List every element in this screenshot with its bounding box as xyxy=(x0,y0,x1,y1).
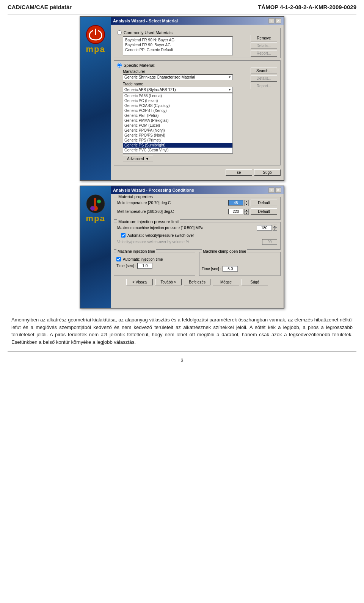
back-button[interactable]: < Vissza xyxy=(126,279,153,285)
details-button-1[interactable]: Details... xyxy=(251,43,277,49)
trade-item-13[interactable]: Generic SAN (Luran) xyxy=(123,153,232,154)
mold-temp-row: Mold temperature [20:70] deg.C 45 ▲ ▼ De… xyxy=(117,200,277,206)
top-right-buttons: Remove Details... Report... xyxy=(251,35,277,57)
melt-temp-label: Melt temperature [180:260] deg.C xyxy=(117,209,228,214)
dialogs-wrapper: mpa Analysis Wizard - Select Material ? … xyxy=(0,16,364,309)
mold-temp-input[interactable]: 45 xyxy=(228,200,243,206)
body-paragraph: Amennyiben az alkatrész geometriai kiala… xyxy=(11,316,353,346)
header-divider xyxy=(8,14,356,14)
svg-point-4 xyxy=(97,200,101,203)
trade-item-2[interactable]: Generic PC (Lexan) xyxy=(123,98,232,103)
dialog1-sugo-btn[interactable]: Súgó xyxy=(254,169,281,176)
material-item-1[interactable]: Bayblend FR 90 N: Bayer AG xyxy=(124,38,232,43)
trade-item-1[interactable]: Generic PA66 (Leona) xyxy=(123,93,232,98)
mold-temp-down[interactable]: ▼ xyxy=(244,203,249,206)
next-button[interactable]: Tovább > xyxy=(155,279,182,285)
machine-clamp-label: Machine clamp open time xyxy=(202,249,247,253)
trade-item-12[interactable]: Generic PVC (Geon Vinyl) xyxy=(123,148,232,153)
auto-velocity-row: Automatic velocity/pressure switch-over xyxy=(121,233,277,238)
material-item-2[interactable]: Bayblend FR 90: Bayer AG xyxy=(124,43,232,47)
specific-right-buttons: Search... Details... Report... xyxy=(251,68,277,89)
auto-velocity-checkbox[interactable] xyxy=(121,233,126,238)
finish-button[interactable]: Befejezés xyxy=(184,279,210,285)
injection-time-input[interactable]: 1.0 xyxy=(137,263,152,269)
dialog-processing-conditions: mpa Analysis Wizard - Processing Conditi… xyxy=(80,186,284,309)
power-icon xyxy=(86,25,105,44)
commonly-used-list[interactable]: Bayblend FR 90 N: Bayer AG Bayblend FR 9… xyxy=(123,36,233,55)
mold-temp-spinner[interactable]: ▲ ▼ xyxy=(244,200,249,206)
dialog1-titlebar: Analysis Wizard - Select Material ? ✕ xyxy=(111,17,284,25)
auto-injection-row: Automatic injection time xyxy=(116,257,193,261)
trade-item-11[interactable]: Generic PS (Sumibright) xyxy=(123,143,232,148)
time-sec-label-1: Time [sec] : xyxy=(116,264,136,268)
help-button[interactable]: Súgó xyxy=(242,279,268,285)
max-machine-up[interactable]: ▲ xyxy=(273,225,277,228)
dialog2-content: Analysis Wizard - Processing Conditions … xyxy=(111,186,284,308)
manufacturer-value: Generic Shrinkage Characterised Material xyxy=(124,75,195,79)
material-item-3[interactable]: Generic PP: Generic Default xyxy=(124,47,232,52)
search-button[interactable]: Search... xyxy=(251,68,277,74)
remove-button[interactable]: Remove xyxy=(251,35,277,41)
mold-temp-up[interactable]: ▲ xyxy=(244,200,249,203)
trade-item-4[interactable]: Generic PC/PBT (Xenoy) xyxy=(123,108,232,113)
melt-temp-up[interactable]: ▲ xyxy=(244,209,249,212)
max-machine-down[interactable]: ▼ xyxy=(273,228,277,231)
machine-injection-time-label: Machine injection time xyxy=(116,249,156,253)
cancel-button[interactable]: Mégse xyxy=(213,279,239,285)
max-machine-row: Maximum machine injection pressure [10:5… xyxy=(117,225,277,231)
trade-item-10[interactable]: Generic PPS (Primet) xyxy=(123,138,232,143)
melt-temp-default-btn[interactable]: Default xyxy=(251,208,277,215)
dialog2-titlebar-buttons: ? ✕ xyxy=(268,187,281,193)
dialog1-bottom-btn1[interactable]: se xyxy=(226,169,252,176)
commonly-used-radio[interactable] xyxy=(117,30,122,35)
trade-name-combo-arrow: ▼ xyxy=(228,88,231,91)
processing-icon xyxy=(86,194,105,214)
trade-item-9[interactable]: Generic PPO/PS (Noryl) xyxy=(123,133,232,138)
trade-item-7[interactable]: Generic POM (Lucel) xyxy=(123,123,232,128)
specific-material-label: Specific Material: xyxy=(124,63,155,68)
dialog1-content: Analysis Wizard - Select Material ? ✕ Co… xyxy=(111,17,284,180)
details-button-2[interactable]: Details... xyxy=(251,75,277,82)
dialog1-logo-area: mpa xyxy=(80,17,111,180)
specific-radio-row: Specific Material: xyxy=(117,63,248,68)
specific-material-radio[interactable] xyxy=(117,63,122,68)
machine-injection-time-box: Machine injection time Automatic injecti… xyxy=(114,252,195,276)
trade-item-3[interactable]: Generic PC/ABS (Cycoloy) xyxy=(123,103,232,108)
trade-item-8[interactable]: Generic PPO/PA (Noryl) xyxy=(123,128,232,133)
dialog2-help-btn[interactable]: ? xyxy=(268,187,275,193)
commonly-used-section: Commonly Used Materials: Bayblend FR 90 … xyxy=(114,28,281,58)
melt-temp-spinner[interactable]: ▲ ▼ xyxy=(244,209,249,215)
melt-temp-input[interactable]: 220 xyxy=(228,209,243,214)
specific-material-section: Specific Material: Manufacturer Generic … xyxy=(114,60,281,165)
advanced-button[interactable]: Advanced ▼ xyxy=(123,156,153,162)
machine-clamp-time-box: Machine clamp open time Time [sec] : 5.0 xyxy=(199,252,281,276)
melt-temp-down[interactable]: ▼ xyxy=(244,212,249,215)
velocity-pressure-input: 99 xyxy=(262,239,277,245)
advanced-area: Advanced ▼ xyxy=(123,156,248,162)
dialog2-titlebar: Analysis Wizard - Processing Conditions … xyxy=(111,186,284,194)
page-number: 3 xyxy=(0,354,364,367)
commonly-used-radio-row: Commonly Used Materials: xyxy=(117,30,248,35)
max-machine-spinner[interactable]: ▲ ▼ xyxy=(273,225,277,231)
page-header: CAD/CAM/CAE példatár TÁMOP 4-1-2-08-2-A-… xyxy=(0,0,364,12)
report-button-1[interactable]: Report... xyxy=(251,50,277,57)
dialog1-close-btn[interactable]: ✕ xyxy=(275,18,281,24)
max-machine-input[interactable]: 180 xyxy=(257,225,272,231)
trade-item-6[interactable]: Generic PMMA (Plexiglas) xyxy=(123,118,232,123)
mold-temp-default-btn[interactable]: Default xyxy=(251,200,277,206)
max-machine-label: Maximum machine injection pressure [10:5… xyxy=(117,226,257,230)
manufacturer-combo[interactable]: Generic Shrinkage Characterised Material… xyxy=(123,74,233,80)
dialog2-close-btn[interactable]: ✕ xyxy=(275,187,281,193)
auto-injection-checkbox[interactable] xyxy=(116,257,121,261)
auto-injection-label: Automatic injection time xyxy=(123,257,163,261)
dialog1-help-btn[interactable]: ? xyxy=(268,18,275,24)
report-button-2[interactable]: Report... xyxy=(251,83,277,89)
trade-name-list[interactable]: Generic PA66 (Leona) Generic PC (Lexan) … xyxy=(123,93,233,154)
trade-item-5[interactable]: Generic PET (Petra) xyxy=(123,113,232,118)
dialog2-title: Analysis Wizard - Processing Conditions xyxy=(113,188,194,192)
manufacturer-label: Manufacturer xyxy=(123,69,248,74)
injection-time-value-row: Time [sec] : 1.0 xyxy=(116,263,193,269)
max-injection-label: Maximum injection pressure limit xyxy=(117,219,180,224)
trade-name-combo[interactable]: Generic ABS (Stylac ABS 121) ▼ xyxy=(123,87,233,93)
clamp-time-input[interactable]: 5.0 xyxy=(223,266,238,272)
